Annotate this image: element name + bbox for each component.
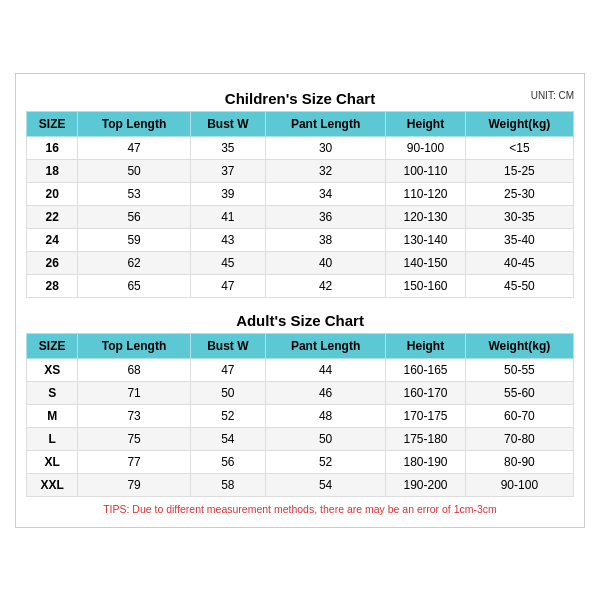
table-row: 1647353090-100<15 <box>27 136 574 159</box>
table-cell: 80-90 <box>465 450 573 473</box>
table-cell: 39 <box>190 182 265 205</box>
table-cell: 53 <box>78 182 191 205</box>
table-cell: 28 <box>27 274 78 297</box>
table-cell: 54 <box>265 473 385 496</box>
table-cell: 44 <box>265 358 385 381</box>
children-tbody: 1647353090-100<1518503732100-11015-25205… <box>27 136 574 297</box>
table-cell: 45 <box>190 251 265 274</box>
table-cell: 36 <box>265 205 385 228</box>
table-cell: 35 <box>190 136 265 159</box>
children-col-bust: Bust W <box>190 111 265 136</box>
table-cell: 56 <box>78 205 191 228</box>
table-cell: <15 <box>465 136 573 159</box>
table-cell: 170-175 <box>386 404 465 427</box>
table-row: 28654742150-16045-50 <box>27 274 574 297</box>
table-cell: 32 <box>265 159 385 182</box>
table-cell: 47 <box>78 136 191 159</box>
adult-col-bust: Bust W <box>190 333 265 358</box>
children-col-pant: Pant Length <box>265 111 385 136</box>
table-cell: 68 <box>78 358 191 381</box>
table-cell: 54 <box>190 427 265 450</box>
unit-label: UNIT: CM <box>531 90 574 101</box>
table-cell: 41 <box>190 205 265 228</box>
table-cell: 73 <box>78 404 191 427</box>
table-row: S715046160-17055-60 <box>27 381 574 404</box>
table-row: XXL795854190-20090-100 <box>27 473 574 496</box>
table-cell: 50 <box>265 427 385 450</box>
table-row: M735248170-17560-70 <box>27 404 574 427</box>
table-cell: 40 <box>265 251 385 274</box>
table-cell: 55-60 <box>465 381 573 404</box>
table-cell: 50-55 <box>465 358 573 381</box>
adult-col-height: Height <box>386 333 465 358</box>
adult-table: SIZE Top Length Bust W Pant Length Heigh… <box>26 333 574 497</box>
table-row: 24594338130-14035-40 <box>27 228 574 251</box>
table-row: 22564136120-13030-35 <box>27 205 574 228</box>
table-cell: 45-50 <box>465 274 573 297</box>
adult-header-row: SIZE Top Length Bust W Pant Length Heigh… <box>27 333 574 358</box>
table-cell: 35-40 <box>465 228 573 251</box>
table-cell: 100-110 <box>386 159 465 182</box>
table-cell: 160-165 <box>386 358 465 381</box>
children-col-size: SIZE <box>27 111 78 136</box>
table-cell: 30 <box>265 136 385 159</box>
adult-col-top: Top Length <box>78 333 191 358</box>
table-cell: 25-30 <box>465 182 573 205</box>
table-cell: 59 <box>78 228 191 251</box>
table-row: 18503732100-11015-25 <box>27 159 574 182</box>
children-col-weight: Weight(kg) <box>465 111 573 136</box>
table-cell: 75 <box>78 427 191 450</box>
table-cell: 30-35 <box>465 205 573 228</box>
table-cell: 58 <box>190 473 265 496</box>
table-cell: S <box>27 381 78 404</box>
tips-text: TIPS: Due to different measurement metho… <box>26 497 574 517</box>
table-row: 20533934110-12025-30 <box>27 182 574 205</box>
table-cell: 90-100 <box>465 473 573 496</box>
table-cell: 40-45 <box>465 251 573 274</box>
table-cell: 50 <box>190 381 265 404</box>
table-cell: 38 <box>265 228 385 251</box>
table-cell: 175-180 <box>386 427 465 450</box>
chart-container: Children's Size Chart UNIT: CM SIZE Top … <box>15 73 585 528</box>
table-cell: 34 <box>265 182 385 205</box>
table-cell: 46 <box>265 381 385 404</box>
adult-col-pant: Pant Length <box>265 333 385 358</box>
table-cell: 15-25 <box>465 159 573 182</box>
table-cell: 150-160 <box>386 274 465 297</box>
table-cell: 140-150 <box>386 251 465 274</box>
table-cell: 77 <box>78 450 191 473</box>
table-cell: 110-120 <box>386 182 465 205</box>
table-cell: XXL <box>27 473 78 496</box>
table-cell: 70-80 <box>465 427 573 450</box>
table-cell: 37 <box>190 159 265 182</box>
table-cell: 180-190 <box>386 450 465 473</box>
adult-title: Adult's Size Chart <box>26 306 574 333</box>
table-cell: 65 <box>78 274 191 297</box>
table-cell: 43 <box>190 228 265 251</box>
table-cell: 79 <box>78 473 191 496</box>
table-cell: 20 <box>27 182 78 205</box>
adult-tbody: XS684744160-16550-55S715046160-17055-60M… <box>27 358 574 496</box>
table-cell: 71 <box>78 381 191 404</box>
table-cell: 18 <box>27 159 78 182</box>
table-cell: 16 <box>27 136 78 159</box>
table-cell: 52 <box>265 450 385 473</box>
table-cell: 26 <box>27 251 78 274</box>
children-title: Children's Size Chart UNIT: CM <box>26 84 574 111</box>
children-col-height: Height <box>386 111 465 136</box>
table-cell: 90-100 <box>386 136 465 159</box>
table-row: L755450175-18070-80 <box>27 427 574 450</box>
table-cell: 56 <box>190 450 265 473</box>
children-table: SIZE Top Length Bust W Pant Length Heigh… <box>26 111 574 298</box>
table-cell: 47 <box>190 358 265 381</box>
table-cell: 48 <box>265 404 385 427</box>
table-cell: 52 <box>190 404 265 427</box>
table-row: XL775652180-19080-90 <box>27 450 574 473</box>
table-cell: 190-200 <box>386 473 465 496</box>
table-cell: 120-130 <box>386 205 465 228</box>
table-row: 26624540140-15040-45 <box>27 251 574 274</box>
table-cell: M <box>27 404 78 427</box>
table-cell: 160-170 <box>386 381 465 404</box>
table-cell: 60-70 <box>465 404 573 427</box>
children-title-text: Children's Size Chart <box>225 90 375 107</box>
